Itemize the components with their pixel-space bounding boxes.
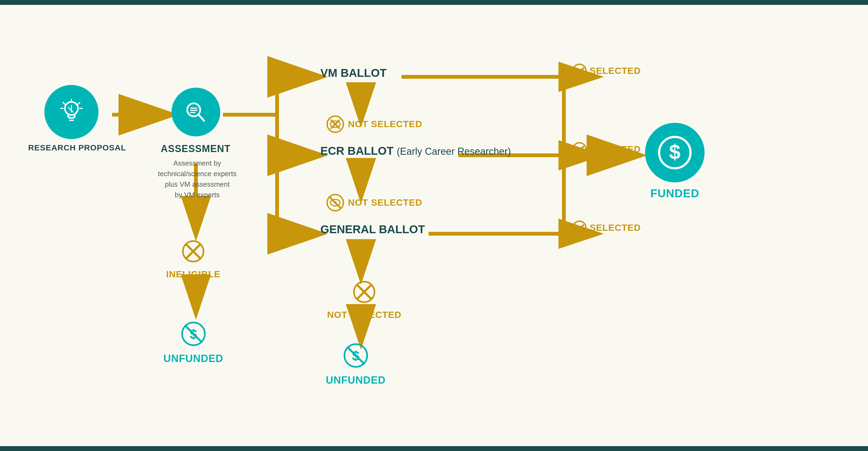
funded-icon: $ — [645, 123, 705, 182]
ecr-ballot-sub: (Early Career Researcher) — [397, 146, 511, 157]
assessment-icon — [172, 88, 220, 136]
svg-point-48 — [573, 221, 586, 234]
research-proposal-icon — [44, 85, 98, 139]
vm-ballot-label: VM BALLOT — [320, 67, 386, 79]
svg-point-47 — [573, 142, 586, 156]
not-selected-1-text: NOT SELECTED — [348, 119, 422, 129]
not-selected-bottom-label: NOT SELECTED — [327, 310, 402, 320]
not-selected-2-text: NOT SELECTED — [348, 197, 422, 208]
svg-line-25 — [63, 102, 65, 104]
svg-line-45 — [330, 197, 341, 208]
ineligible-status: INELIGIBLE — [166, 239, 220, 280]
selected-3-label: SELECTED — [572, 220, 641, 235]
selected-2-label: SELECTED — [572, 142, 641, 157]
diagram: RESEARCH PROPOSAL ASSESSMENT Assessment … — [28, 23, 840, 428]
svg-point-46 — [573, 64, 586, 77]
not-selected-2: NOT SELECTED — [326, 193, 422, 212]
svg-point-41 — [334, 123, 337, 126]
research-proposal-label: RESEARCH PROPOSAL — [28, 143, 115, 152]
funded-label: FUNDED — [645, 187, 705, 200]
svg-line-31 — [68, 107, 73, 112]
general-ballot-label: GENERAL BALLOT — [320, 223, 425, 236]
unfunded-1-label: UNFUNDED — [163, 353, 223, 364]
not-selected-bottom: NOT SELECTED — [327, 280, 402, 320]
assessment-label: ASSESSMENT — [161, 143, 230, 155]
svg-line-24 — [78, 102, 80, 104]
selected-1-label: SELECTED — [572, 63, 641, 78]
unfunded-2-label: UNFUNDED — [326, 375, 385, 386]
ineligible-label: INELIGIBLE — [166, 269, 220, 280]
not-selected-1: NOT SELECTED — [326, 115, 422, 134]
svg-text:$: $ — [669, 140, 681, 163]
svg-line-33 — [198, 115, 204, 121]
ecr-ballot-label: ECR BALLOT (Early Career Researcher) — [320, 144, 511, 157]
page-wrapper: RESEARCH PROPOSAL ASSESSMENT Assessment … — [0, 0, 868, 451]
assessment-sublabel: Assessment bytechnical/science expertspl… — [153, 158, 242, 200]
unfunded-1-status: $ UNFUNDED — [163, 320, 223, 364]
unfunded-2-status: $ UNFUNDED — [326, 342, 385, 386]
